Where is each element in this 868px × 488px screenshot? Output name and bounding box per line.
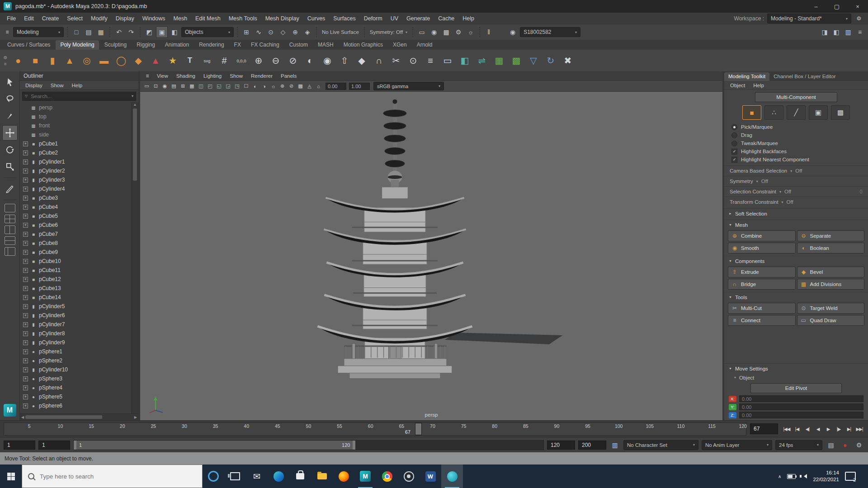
expand-icon[interactable]: +	[23, 349, 28, 354]
auto-keyframe-icon[interactable]: ●	[840, 440, 850, 450]
viewport-menu-item[interactable]: Lighting	[199, 73, 226, 79]
shelf-tab[interactable]: Sculpting	[100, 40, 131, 50]
shelf-tab[interactable]: XGen	[388, 40, 411, 50]
outliner-item[interactable]: + ▮ pCylinder2	[20, 166, 131, 175]
shelf-tab[interactable]: Motion Graphics	[339, 40, 387, 50]
separate-button[interactable]: ⊖Separate	[797, 230, 865, 241]
outliner-item[interactable]: + ■ pCube6	[20, 221, 131, 230]
taskbar-app-edge[interactable]	[268, 465, 289, 488]
symmetry-select[interactable]: Symmetry▾ Off	[724, 176, 868, 186]
transform-constraint-select[interactable]: Transform Constraint▾ Off	[724, 197, 868, 207]
expand-icon[interactable]: +	[23, 295, 28, 300]
expand-icon[interactable]: +	[23, 367, 28, 372]
expand-icon[interactable]: +	[23, 340, 28, 345]
outliner-item[interactable]: + ■ pCube5	[20, 211, 131, 221]
shelf-icon[interactable]: ⊕	[250, 52, 267, 69]
toggle-modeling-toolkit-icon[interactable]: ◨	[819, 27, 830, 38]
shelf-icon[interactable]: ▮	[44, 52, 61, 69]
gamma-field[interactable]	[349, 83, 370, 90]
animation-end-field[interactable]	[578, 441, 606, 450]
snap-center-icon[interactable]: ⊕	[290, 27, 301, 38]
viewport-toolbar-icon[interactable]: ☼	[269, 82, 278, 90]
shelf-icon[interactable]: ↻	[542, 52, 559, 69]
viewport-menu-item[interactable]: Shading	[172, 73, 199, 79]
expand-icon[interactable]: +	[23, 304, 28, 309]
outliner-item[interactable]: + ● pSphere6	[20, 401, 131, 410]
animation-start-field[interactable]	[4, 441, 35, 450]
taskbar-app-explorer[interactable]	[311, 465, 333, 488]
color-management-select[interactable]: sRGB gamma▾	[373, 82, 444, 90]
move-settings-section-header[interactable]: ▼ Move Settings	[724, 363, 868, 373]
playback-start-field[interactable]	[38, 441, 70, 450]
face-mode-icon[interactable]: ▣	[809, 105, 828, 120]
shelf-icon[interactable]: ▩	[508, 52, 525, 69]
radio-pick-marquee[interactable]: Pick/Marquee	[724, 123, 868, 131]
viewport-toolbar-icon[interactable]: ▩	[296, 82, 305, 90]
menu-set-select[interactable]: Modeling▾	[13, 27, 64, 37]
shelf-icon[interactable]: ▭	[439, 52, 456, 69]
viewport-toolbar-icon[interactable]: ⊕	[278, 82, 287, 90]
playback-end-field[interactable]	[547, 441, 575, 450]
play-backwards-button[interactable]: ◀	[813, 424, 823, 434]
step-forward-frame-button[interactable]: ▶|	[844, 424, 854, 434]
close-button[interactable]: ×	[847, 0, 868, 13]
bevel-button[interactable]: ◆Bevel	[797, 267, 865, 277]
render-current-frame-icon[interactable]: ▭	[416, 27, 427, 38]
outliner-menu-item[interactable]: Show	[47, 83, 67, 88]
toggle-tool-settings-icon[interactable]: ▥	[843, 27, 854, 38]
viewport-toolbar-icon[interactable]: ⊘	[287, 82, 296, 90]
shelf-tab[interactable]: Rigging	[132, 40, 160, 50]
select-tool-button[interactable]	[3, 75, 17, 89]
outliner-item[interactable]: + ● pSphere2	[20, 356, 131, 365]
taskbar-app-teal[interactable]	[441, 465, 463, 488]
outliner-search-box[interactable]: ▽ ▾	[22, 92, 136, 101]
shelf-icon[interactable]: ●	[9, 52, 27, 69]
outliner-item[interactable]: ▦ persp	[20, 103, 131, 112]
camera-based-selection-select[interactable]: Camera Based Selection▾ Off	[724, 165, 868, 176]
shelf-tab[interactable]: Animation	[160, 40, 193, 50]
viewport-toolbar-icon[interactable]: ◐	[251, 82, 259, 90]
outliner-search-input[interactable]	[30, 93, 129, 99]
radio-drag[interactable]: Drag	[724, 131, 868, 139]
paint-select-tool-button[interactable]	[3, 108, 17, 123]
outliner-item[interactable]: + ■ pCube1	[20, 139, 131, 148]
selection-constraint-select[interactable]: Selection Constraint▾ Off 0	[724, 186, 868, 197]
taskbar-app-store[interactable]	[289, 465, 311, 488]
frame-ruler[interactable]: 5101520253035404550556065707580859095100…	[4, 422, 746, 436]
step-back-key-button[interactable]: ◀|	[802, 424, 812, 434]
menubar-item[interactable]: Surfaces	[329, 15, 359, 22]
hidden-icons-chevron-icon[interactable]: ∧	[778, 474, 781, 479]
render-settings-icon[interactable]: ⚙	[453, 27, 464, 38]
expand-icon[interactable]: +	[23, 358, 28, 363]
expand-icon[interactable]: +	[23, 250, 28, 255]
layout-two-pane-stacked-button[interactable]	[5, 236, 15, 245]
viewport-grip-icon[interactable]: ≡	[143, 71, 152, 80]
snap-point-icon[interactable]: ⊙	[265, 27, 276, 38]
shelf-icon[interactable]: ★	[164, 52, 181, 69]
playback-range-handle[interactable]: 1 120	[74, 441, 355, 450]
current-frame-marker[interactable]	[415, 423, 422, 435]
outliner-menu-item[interactable]: Display	[22, 83, 46, 88]
expand-icon[interactable]: +	[23, 259, 28, 264]
menubar-item[interactable]: Modify	[87, 15, 112, 22]
taskbar-search[interactable]	[22, 465, 203, 488]
target-weld-button[interactable]: ⊙Target Weld	[797, 303, 865, 314]
viewport-menu-item[interactable]: Show	[226, 73, 247, 79]
move-tool-button[interactable]	[2, 125, 18, 141]
expand-icon[interactable]: +	[23, 187, 28, 192]
outliner-item[interactable]: + ▮ pCylinder5	[20, 302, 131, 311]
expand-icon[interactable]: +	[23, 232, 28, 237]
toggle-channel-box-icon[interactable]: ≡	[854, 27, 865, 38]
edit-pivot-button[interactable]: Edit Pivot	[750, 383, 842, 393]
expand-icon[interactable]: +	[23, 169, 28, 174]
snap-curve-icon[interactable]: ∿	[253, 27, 264, 38]
outliner-vertical-scrollbar[interactable]: ▲	[131, 102, 138, 413]
shelf-icon[interactable]: ▲	[61, 52, 78, 69]
fps-select[interactable]: 24 fps▾	[775, 440, 822, 450]
shelf-icon[interactable]: ◧	[456, 52, 473, 69]
exposure-field[interactable]	[326, 83, 346, 90]
expand-icon[interactable]	[23, 105, 28, 110]
range-slider[interactable]: 1 120	[73, 440, 544, 450]
shelf-icon[interactable]: #	[216, 52, 233, 69]
new-scene-icon[interactable]: □	[71, 27, 82, 38]
